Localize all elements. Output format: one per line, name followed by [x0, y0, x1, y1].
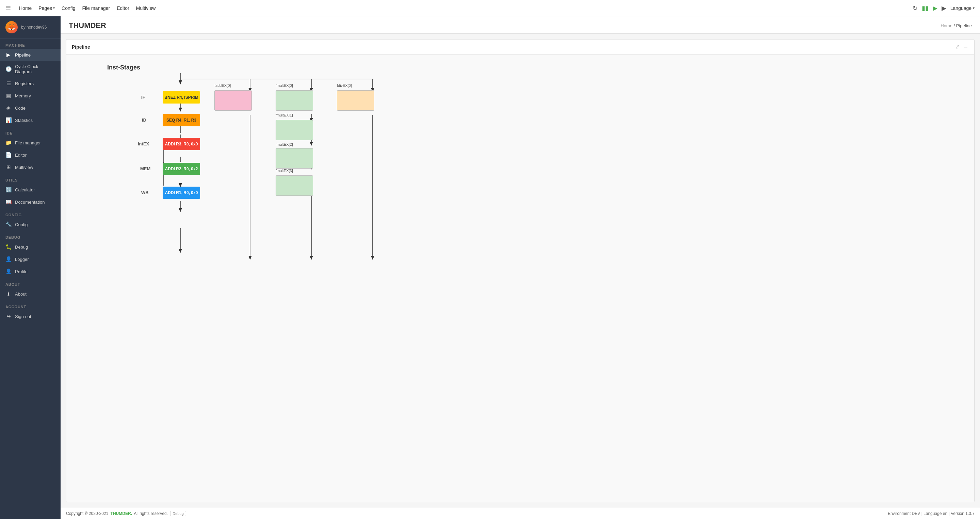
stage-box-IF: BNEZ R4, ISPRIM	[163, 91, 200, 104]
pipeline-icon: ▶	[5, 52, 11, 58]
code-icon: ◈	[5, 105, 11, 111]
stage-label-WB: WB	[141, 190, 149, 195]
pipeline-panel: Pipeline ⤢ –	[66, 39, 975, 502]
clock-icon: 🕐	[5, 66, 11, 72]
multiview-icon: ⊞	[5, 164, 11, 170]
memory-icon: ▦	[5, 93, 11, 99]
unit-box-fmultEX3	[275, 176, 313, 196]
nav-home[interactable]: Home	[19, 5, 32, 11]
breadcrumb: Home / Pipeline	[940, 23, 972, 28]
stage-label-intEX: intEX	[138, 141, 149, 147]
section-label-machine: Machine	[0, 38, 60, 49]
chevron-down-icon: ▾	[973, 6, 975, 10]
profile-icon: 👤	[5, 268, 11, 275]
nav-editor[interactable]: Editor	[117, 5, 129, 11]
sidebar-user: 🦊 by nonodev96	[0, 16, 60, 38]
unit-box-fmultEX2	[275, 148, 313, 169]
stage-label-ID: ID	[142, 118, 146, 123]
bug-icon: 🐛	[5, 244, 11, 250]
unit-box-faddEX0	[215, 90, 252, 111]
sidebar-item-logger[interactable]: 👤 Logger	[0, 253, 60, 265]
statistics-icon: 📊	[5, 117, 11, 123]
page-header: THUMDER Home / Pipeline	[60, 16, 980, 34]
panel-actions: ⤢ –	[954, 43, 969, 51]
topnav: ☰ Home Pages ▾ Config File manager Edito…	[0, 0, 980, 16]
nav-pages[interactable]: Pages ▾	[38, 5, 55, 11]
refresh-icon[interactable]: ↻	[913, 5, 918, 12]
sidebar-item-sign-out[interactable]: ↪ Sign out	[0, 310, 60, 323]
unit-label-fmultEX0: fmultEX[0]	[275, 83, 293, 88]
svg-marker-29	[248, 256, 252, 260]
section-label-account: Account	[0, 300, 60, 310]
main-content: THUMDER Home / Pipeline Pipeline ⤢ –	[60, 16, 980, 519]
sidebar-item-file-manager[interactable]: 📁 File manager	[0, 137, 60, 149]
stage-label-MEM: MEM	[140, 166, 150, 171]
editor-icon: 📄	[5, 152, 11, 158]
sidebar-item-editor[interactable]: 📄 Editor	[0, 149, 60, 161]
svg-marker-33	[371, 256, 374, 260]
unit-label-fmultEX1: fmultEX[1]	[275, 113, 293, 117]
sidebar-item-cycle-clock[interactable]: 🕐 Cycle Clock Diagram	[0, 61, 60, 77]
avatar: 🦊	[5, 21, 18, 34]
footer-debug-badge: Debug	[170, 511, 186, 516]
section-label-ide: IDE	[0, 126, 60, 137]
section-label-debug: DEBUG	[0, 230, 60, 241]
minimize-button[interactable]: –	[963, 43, 969, 51]
svg-marker-14	[179, 249, 182, 253]
svg-marker-23	[310, 142, 313, 146]
stage-label-IF: IF	[141, 95, 145, 100]
sidebar-item-documentation[interactable]: 📖 Documentation	[0, 196, 60, 208]
nav-config[interactable]: Config	[62, 5, 75, 11]
topnav-links: Home Pages ▾ Config File manager Editor …	[19, 5, 156, 11]
hamburger-icon[interactable]: ☰	[5, 5, 11, 12]
sidebar-item-pipeline[interactable]: ▶ Pipeline	[0, 49, 60, 61]
play-icon[interactable]: ▶	[933, 5, 937, 12]
section-label-about: About	[0, 278, 60, 288]
sidebar-item-config[interactable]: 🔧 Config	[0, 218, 60, 230]
page-header-top: THUMDER Home / Pipeline	[69, 21, 972, 30]
sidebar-username: by nonodev96	[21, 25, 47, 30]
svg-marker-1	[179, 80, 182, 85]
sidebar-item-multiview[interactable]: ⊞ Multiview	[0, 161, 60, 173]
folder-icon: 📁	[5, 140, 11, 146]
expand-button[interactable]: ⤢	[954, 43, 961, 51]
sidebar-item-calculator[interactable]: 🔢 Calculator	[0, 184, 60, 196]
section-label-config: Config	[0, 208, 60, 218]
unit-label-faddEX0: faddEX[0]	[215, 83, 231, 88]
topnav-right: ↻ ▮▮ ▶ ▶ Language ▾	[913, 5, 975, 12]
unit-box-fdivEX0	[337, 90, 374, 111]
nav-multiview[interactable]: Multiview	[136, 5, 156, 11]
chevron-down-icon: ▾	[53, 6, 55, 10]
svg-marker-3	[179, 108, 182, 112]
sidebar-item-memory[interactable]: ▦ Memory	[0, 89, 60, 102]
diagram-title: Inst-Stages	[107, 64, 140, 71]
page-title: THUMDER	[69, 21, 106, 30]
sidebar-item-code[interactable]: ◈ Code	[0, 102, 60, 114]
svg-marker-31	[310, 256, 313, 260]
stage-box-ID: SEQ R4, R1, R3	[163, 114, 200, 126]
step-icon[interactable]: ▶	[942, 5, 946, 12]
stage-box-intEX: ADDI R3, R0, 0x0	[163, 138, 200, 150]
unit-label-fdivEX0: fdivEX[0]	[337, 83, 352, 88]
sidebar-item-about[interactable]: ℹ About	[0, 288, 60, 300]
sidebar-item-debug[interactable]: 🐛 Debug	[0, 241, 60, 253]
stage-box-MEM: ADDI R2, R0, 0x2	[163, 163, 200, 175]
sidebar-item-registers[interactable]: ☰ Registers	[0, 77, 60, 89]
stage-box-WB: ADDI R1, R0, 0x0	[163, 187, 200, 199]
registers-icon: ☰	[5, 80, 11, 86]
language-dropdown[interactable]: Language ▾	[950, 5, 975, 11]
calculator-icon: 🔢	[5, 187, 11, 193]
docs-icon: 📖	[5, 199, 11, 205]
sidebar-item-profile[interactable]: 👤 Profile	[0, 265, 60, 278]
wrench-icon: 🔧	[5, 221, 11, 227]
panel-header: Pipeline ⤢ –	[66, 40, 974, 54]
pause-icon[interactable]: ▮▮	[922, 5, 929, 12]
footer-right: Environment DEV | Language en | Version …	[888, 511, 975, 516]
nav-file-manager[interactable]: File manager	[82, 5, 110, 11]
panel-title: Pipeline	[72, 44, 90, 50]
info-icon: ℹ	[5, 291, 11, 297]
unit-box-fmultEX0	[275, 90, 313, 111]
sidebar: 🦊 by nonodev96 Machine ▶ Pipeline 🕐 Cycl…	[0, 16, 60, 519]
sidebar-item-statistics[interactable]: 📊 Statistics	[0, 114, 60, 126]
panel-body: Inst-Stages IF BNEZ R4, ISPRIM ID SEQ R4…	[66, 54, 974, 502]
